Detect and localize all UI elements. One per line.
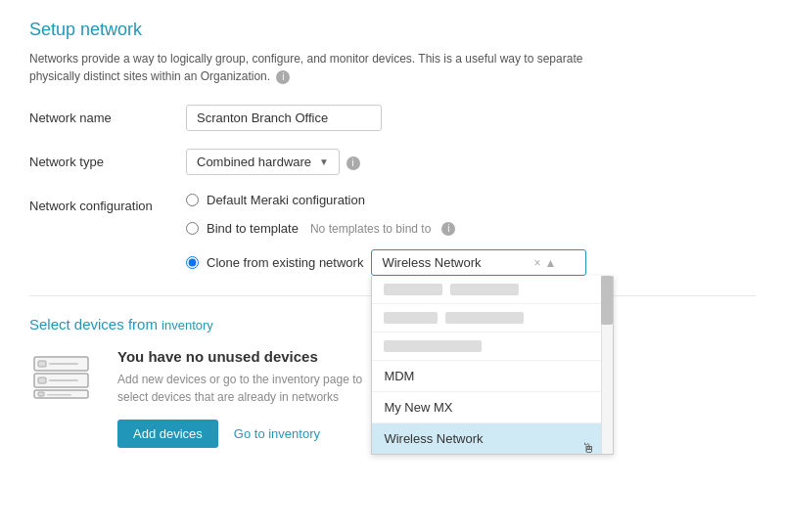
network-name-label: Network name — [29, 105, 186, 125]
no-templates-text: No templates to bind to — [310, 222, 431, 236]
clone-select-wrapper: Wireless Network × ▲ — [371, 249, 586, 276]
network-type-row: Network type Combined hardware ▼ i — [29, 149, 756, 175]
scrollbar-track — [601, 276, 613, 454]
network-type-label: Network type — [29, 149, 186, 169]
default-meraki-radio[interactable] — [186, 194, 199, 206]
chevron-up-icon[interactable]: ▲ — [545, 256, 557, 270]
clone-dropdown-menu: MDM My New MX Wireless Network 🖱 — [371, 276, 614, 455]
network-type-info-icon[interactable]: i — [346, 156, 360, 170]
no-devices-title: You have no unused devices — [117, 348, 392, 365]
bind-template-info-icon[interactable]: i — [441, 222, 455, 236]
dropdown-blurred-item-1 — [372, 276, 601, 304]
dropdown-blurred-item-2 — [372, 304, 601, 332]
no-devices-content: You have no unused devices Add new devic… — [117, 348, 392, 448]
clone-from-existing-radio[interactable] — [186, 256, 199, 269]
blurred-text-5 — [384, 340, 482, 352]
select-icons: × ▲ — [534, 256, 557, 270]
svg-rect-8 — [47, 394, 71, 396]
radio-group: Default Meraki configuration Bind to tem… — [186, 193, 756, 276]
network-type-dropdown[interactable]: Combined hardware ▼ — [186, 149, 340, 175]
dropdown-item-wireless-network[interactable]: Wireless Network 🖱 — [372, 423, 601, 454]
go-to-inventory-link[interactable]: Go to inventory — [234, 426, 320, 441]
default-meraki-option: Default Meraki configuration — [186, 193, 756, 207]
svg-rect-7 — [38, 392, 44, 396]
network-type-control: Combined hardware ▼ i — [186, 149, 756, 175]
svg-rect-2 — [49, 363, 78, 365]
blurred-text-2 — [450, 284, 519, 295]
clone-network-select[interactable]: Wireless Network × ▲ — [371, 249, 586, 276]
dropdown-item-mdm[interactable]: MDM — [372, 361, 601, 392]
dropdown-blurred-item-3 — [372, 332, 601, 361]
default-meraki-label: Default Meraki configuration — [207, 193, 365, 207]
svg-rect-4 — [38, 377, 46, 383]
page-description: Networks provide a way to logically grou… — [29, 50, 636, 85]
inventory-link[interactable]: inventory — [162, 318, 213, 332]
device-actions: Add devices Go to inventory — [117, 420, 392, 448]
device-icon — [29, 352, 98, 406]
bind-to-template-label: Bind to template — [207, 221, 299, 236]
network-name-input[interactable] — [186, 105, 382, 131]
bind-to-template-option: Bind to template No templates to bind to… — [186, 221, 756, 236]
network-name-row: Network name — [29, 105, 756, 131]
cursor-icon: 🖱 — [581, 440, 595, 454]
clone-from-existing-label: Clone from existing network — [207, 255, 363, 270]
svg-rect-5 — [49, 379, 78, 381]
network-config-row: Network configuration Default Meraki con… — [29, 193, 756, 276]
blurred-text-3 — [384, 312, 438, 324]
close-icon[interactable]: × — [534, 256, 541, 270]
page-title: Setup network — [29, 20, 756, 40]
bind-to-template-radio[interactable] — [186, 222, 199, 235]
dropdown-menu-inner[interactable]: MDM My New MX Wireless Network 🖱 — [372, 276, 613, 454]
blurred-text-4 — [445, 312, 524, 324]
dropdown-item-my-new-mx[interactable]: My New MX — [372, 392, 601, 423]
network-name-control — [186, 105, 756, 131]
description-info-icon[interactable]: i — [276, 70, 290, 84]
network-config-label: Network configuration — [29, 193, 186, 213]
scrollbar-thumb[interactable] — [601, 276, 613, 325]
add-devices-button[interactable]: Add devices — [117, 420, 218, 448]
svg-rect-1 — [38, 361, 46, 367]
clone-from-existing-option: Clone from existing network Wireless Net… — [186, 249, 756, 276]
no-devices-description: Add new devices or go to the inventory p… — [117, 371, 392, 406]
chevron-down-icon: ▼ — [319, 156, 329, 167]
blurred-text-1 — [384, 284, 442, 295]
network-config-control: Default Meraki configuration Bind to tem… — [186, 193, 756, 276]
